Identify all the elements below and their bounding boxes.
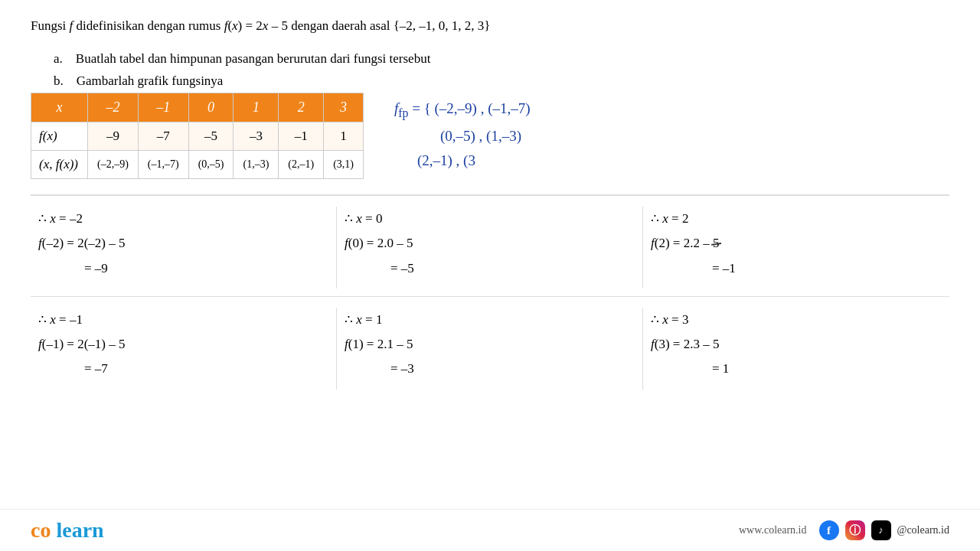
- logo-co: co: [31, 518, 51, 542]
- function-table: x –2 –1 0 1 2 3 f(x) –9 –7 –5 –3 –1 1: [31, 93, 364, 179]
- main-content: Fungsi f didefinisikan dengan rumus f(x)…: [0, 0, 980, 390]
- result-3: = 1: [651, 357, 942, 381]
- social-handle: @colearn.id: [897, 524, 949, 536]
- result-1: = –3: [345, 357, 635, 381]
- given-x-1: ∴ x = 1: [345, 308, 635, 332]
- calc-col2-bot: ∴ x = 1 f(1) = 2.1 – 5 = –3: [337, 308, 643, 390]
- fx-2: –1: [279, 122, 324, 150]
- col-0: 0: [188, 93, 234, 122]
- calc-col2-top: ∴ x = 0 f(0) = 2.0 – 5 = –5: [337, 207, 643, 289]
- eq-fn1: f(–1) = 2(–1) – 5: [38, 332, 328, 357]
- result-2: = –1: [651, 256, 942, 281]
- pair-n1: (–1,–7): [138, 150, 188, 178]
- pair-1: (1,–3): [234, 150, 279, 178]
- pair-n2: (–2,–9): [88, 150, 139, 178]
- calc-col3-bot: ∴ x = 3 f(3) = 2.3 – 5 = 1: [643, 308, 949, 390]
- col-3: 3: [324, 93, 364, 122]
- problem-statement: Fungsi f didefinisikan dengan rumus f(x)…: [31, 15, 949, 36]
- given-x-3: ∴ x = 3: [651, 308, 942, 332]
- given-x-2: ∴ x = 2: [651, 207, 942, 231]
- calc-section-top: ∴ x = –2 f(–2) = 2(–2) – 5 = –9 ∴ x = 0 …: [31, 194, 949, 289]
- eq-fn2: f(–2) = 2(–2) – 5: [38, 231, 328, 256]
- part-a: a. Buatlah tabel dan himpunan pasangan b…: [54, 48, 949, 70]
- fx-n1: –7: [138, 122, 188, 150]
- col-n1: –1: [138, 93, 188, 122]
- facebook-icon: f: [819, 520, 839, 540]
- social-links: f ⓘ ♪ @colearn.id: [819, 520, 949, 540]
- result-0: = –5: [345, 256, 635, 281]
- result-n1: = –7: [38, 357, 328, 381]
- calc-col1-bot: ∴ x = –1 f(–1) = 2(–1) – 5 = –7: [31, 308, 337, 390]
- set-line2: (0,–5) , (1,–3): [394, 124, 531, 148]
- set-line1: ffp = { (–2,–9) , (–1,–7): [394, 96, 531, 124]
- fx-n2: –9: [88, 122, 139, 150]
- calc-col3-top: ∴ x = 2 f(2) = 2.2 – 5 = –1: [643, 207, 949, 289]
- col-n2: –2: [88, 93, 139, 122]
- fx-0: –5: [188, 122, 234, 150]
- col-1: 1: [234, 93, 279, 122]
- calc-col1-top: ∴ x = –2 f(–2) = 2(–2) – 5 = –9: [31, 207, 337, 289]
- pair-3: (3,1): [324, 150, 364, 178]
- col-x: x: [31, 93, 88, 122]
- fx-label: f(x): [31, 122, 88, 150]
- fx-1: –3: [234, 122, 279, 150]
- calc-section-bottom: ∴ x = –1 f(–1) = 2(–1) – 5 = –7 ∴ x = 1 …: [31, 296, 949, 390]
- given-x-n1: ∴ x = –1: [38, 308, 328, 332]
- eq-f3: f(3) = 2.3 – 5: [651, 332, 942, 357]
- tiktok-icon: ♪: [871, 520, 891, 540]
- footer: co learn www.colearn.id f ⓘ ♪ @colearn.i…: [0, 509, 980, 551]
- table-section: x –2 –1 0 1 2 3 f(x) –9 –7 –5 –3 –1 1: [31, 93, 949, 179]
- given-x-n2: ∴ x = –2: [38, 207, 328, 231]
- eq-f0: f(0) = 2.0 – 5: [345, 231, 635, 256]
- col-2: 2: [279, 93, 324, 122]
- fx-3: 1: [324, 122, 364, 150]
- set-notation: ffp = { (–2,–9) , (–1,–7) (0,–5) , (1,–3…: [394, 96, 531, 173]
- instagram-icon: ⓘ: [845, 520, 865, 540]
- pairs-label: (x, f(x)): [31, 150, 88, 178]
- set-line3: (2,–1) , (3: [394, 148, 531, 173]
- sub-items: a. Buatlah tabel dan himpunan pasangan b…: [54, 48, 949, 93]
- result-n2: = –9: [38, 256, 328, 281]
- pair-0: (0,–5): [188, 150, 234, 178]
- eq-f1: f(1) = 2.1 – 5: [345, 332, 635, 357]
- given-x-0: ∴ x = 0: [345, 207, 635, 231]
- eq-f2: f(2) = 2.2 – 5: [651, 231, 942, 256]
- part-b: b. Gambarlah grafik fungsinya: [54, 70, 949, 93]
- footer-right: www.colearn.id f ⓘ ♪ @colearn.id: [739, 520, 949, 540]
- website-url: www.colearn.id: [739, 524, 807, 536]
- brand-logo: co learn: [31, 518, 104, 543]
- pair-2: (2,–1): [279, 150, 324, 178]
